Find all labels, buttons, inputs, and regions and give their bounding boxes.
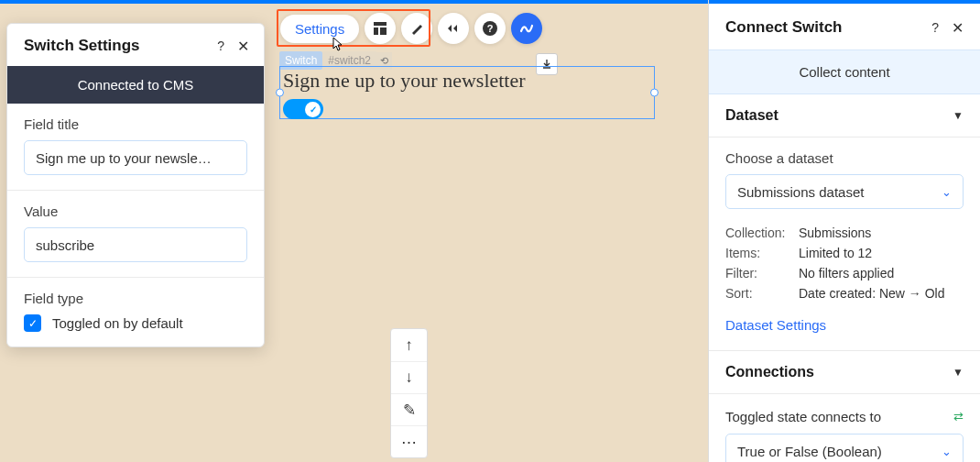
- design-brush-icon[interactable]: [401, 13, 432, 44]
- choose-dataset-label: Choose a dataset: [725, 150, 964, 166]
- toggled-default-label: Toggled on by default: [52, 315, 183, 331]
- help-icon[interactable]: ?: [931, 20, 939, 35]
- connections-body: Toggled state connects to ⇄ True or Fals…: [709, 394, 980, 462]
- element-toolbar: Settings ?: [280, 13, 542, 44]
- layout-icon[interactable]: [365, 13, 396, 44]
- meta-collection-val: Submissions: [799, 226, 964, 240]
- toggled-connects-label: Toggled state connects to: [725, 409, 881, 424]
- meta-items-val: Limited to 12: [799, 246, 964, 260]
- switch-label-text: Sign me up to your newsletter: [283, 69, 526, 93]
- chevron-down-icon: ⌄: [942, 445, 952, 458]
- field-type-section: Field type ✓ Toggled on by default: [7, 278, 264, 346]
- field-type-label: Field type: [24, 291, 247, 306]
- settings-button[interactable]: Settings: [280, 15, 359, 43]
- checkbox-checked-icon: ✓: [24, 314, 41, 332]
- svg-rect-2: [380, 28, 387, 35]
- value-label: Value: [24, 204, 247, 219]
- help-circle-icon[interactable]: ?: [474, 13, 506, 44]
- dataset-group-header[interactable]: Dataset ▼: [709, 94, 980, 138]
- connect-title: Connect Switch: [725, 18, 931, 37]
- meta-filter-val: No filters applied: [799, 266, 964, 280]
- chevron-down-icon: ▼: [953, 109, 964, 122]
- arrow-down-icon[interactable]: ↓: [391, 361, 427, 393]
- editor-canvas: Switch Settings ? ✕ Connected to CMS Fie…: [0, 0, 708, 462]
- connections-group-header[interactable]: Connections ▼: [709, 351, 980, 394]
- panel-header: Switch Settings ? ✕: [7, 24, 264, 66]
- svg-text:?: ?: [487, 23, 494, 34]
- dataset-selected-value: Submissions dataset: [737, 184, 864, 200]
- connect-data-icon[interactable]: [511, 13, 542, 44]
- meta-collection-key: Collection:: [725, 226, 799, 240]
- dataset-group-title: Dataset: [725, 107, 953, 124]
- dataset-settings-link[interactable]: Dataset Settings: [725, 317, 826, 333]
- toggled-connects-value: True or False (Boolean): [737, 444, 882, 459]
- field-title-section: Field title Sign me up to your newsle…: [7, 104, 264, 191]
- dataset-select[interactable]: Submissions dataset ⌄: [725, 174, 964, 209]
- value-section: Value subscribe: [7, 191, 264, 278]
- dataset-group-body: Choose a dataset Submissions dataset ⌄ C…: [709, 138, 980, 351]
- animation-icon[interactable]: [438, 13, 469, 44]
- chevron-down-icon: ⌄: [942, 185, 952, 199]
- side-toolbar: ↑ ↓ ✎ ⋯: [390, 328, 428, 458]
- switch-settings-panel: Switch Settings ? ✕ Connected to CMS Fie…: [6, 23, 265, 347]
- meta-filter-key: Filter:: [725, 266, 799, 280]
- svg-rect-1: [374, 28, 378, 35]
- arrow-up-icon[interactable]: ↑: [391, 329, 427, 361]
- resize-handle-right[interactable]: [650, 89, 659, 97]
- field-title-input[interactable]: Sign me up to your newsle…: [24, 140, 247, 175]
- meta-items-key: Items:: [725, 246, 799, 260]
- cms-banner[interactable]: Connected to CMS: [7, 66, 264, 104]
- canvas-topbar: [0, 0, 708, 4]
- meta-sort-val: Date created: New → Old: [799, 286, 964, 301]
- toggled-default-row[interactable]: ✓ Toggled on by default: [24, 314, 247, 332]
- svg-rect-0: [374, 22, 387, 26]
- switch-toggle[interactable]: ✓: [283, 99, 323, 119]
- collect-content-button[interactable]: Collect content: [709, 50, 980, 94]
- help-icon[interactable]: ?: [217, 38, 224, 53]
- connect-header: Connect Switch ? ✕: [709, 4, 980, 50]
- field-title-label: Field title: [24, 116, 247, 132]
- toggled-connects-select[interactable]: True or False (Boolean) ⌄: [725, 434, 964, 462]
- value-input[interactable]: subscribe: [24, 227, 247, 262]
- chevron-down-icon: ▼: [953, 366, 964, 379]
- swap-icon[interactable]: ⇄: [953, 410, 964, 424]
- toggle-knob-check-icon: ✓: [305, 102, 321, 117]
- close-icon[interactable]: ✕: [237, 38, 249, 55]
- pencil-icon[interactable]: ✎: [391, 393, 427, 425]
- connect-switch-panel: Connect Switch ? ✕ Collect content Datas…: [708, 0, 980, 462]
- connections-group-title: Connections: [725, 364, 953, 380]
- more-icon[interactable]: ⋯: [391, 425, 427, 457]
- meta-sort-key: Sort:: [725, 286, 799, 301]
- close-icon[interactable]: ✕: [952, 19, 964, 37]
- panel-title: Switch Settings: [24, 37, 217, 55]
